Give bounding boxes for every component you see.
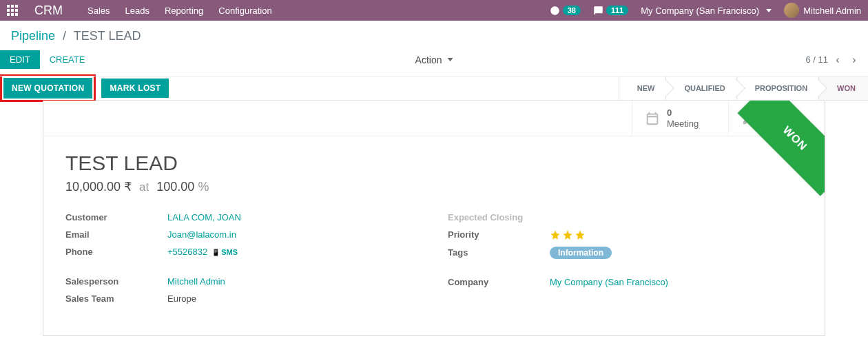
customer-value[interactable]: LALA COM, JOAN (167, 212, 241, 222)
stage-new[interactable]: NEW (619, 76, 666, 100)
avatar (784, 3, 799, 18)
stat-button-box: 0 Meeting 0 Quotations (43, 101, 825, 136)
nav-configuration[interactable]: Configuration (218, 6, 271, 16)
create-button[interactable]: CREATE (40, 50, 95, 69)
chevron-down-icon (766, 9, 772, 12)
nav-reporting[interactable]: Reporting (165, 6, 203, 16)
pager-prev[interactable]: ‹ (831, 54, 845, 66)
stage-bar: NEW QUALIFIED PROPOSITION WON (619, 76, 868, 100)
calendar-icon (645, 111, 660, 126)
highlight-annotation: NEW QUOTATION (0, 74, 96, 102)
mark-lost-button[interactable]: MARK LOST (101, 79, 169, 98)
nav-menu: Sales Leads Reporting Configuration (87, 6, 272, 16)
salesperson-label: Salesperson (65, 276, 167, 287)
phone-label: Phone (65, 247, 167, 257)
apps-icon[interactable] (7, 5, 18, 16)
stage-qualified[interactable]: QUALIFIED (665, 76, 736, 100)
phone-value[interactable]: +5526832SMS (167, 247, 238, 257)
company-selector[interactable]: My Company (San Francisco) (641, 6, 772, 16)
company-name: My Company (San Francisco) (641, 6, 759, 16)
new-quotation-button[interactable]: NEW QUOTATION (3, 78, 92, 99)
priority-stars[interactable] (550, 229, 586, 240)
priority-label: Priority (448, 229, 550, 240)
tag-pill: Information (550, 247, 612, 259)
chat-icon (593, 6, 603, 16)
clock-icon (550, 6, 560, 16)
stat-meeting[interactable]: 0 Meeting (632, 101, 728, 136)
tags-value[interactable]: Information (550, 247, 612, 258)
activity-badge: 38 (563, 6, 581, 15)
expected-closing-label: Expected Closing (448, 212, 550, 222)
breadcrumb-root[interactable]: Pipeline (11, 29, 55, 43)
star-icon (575, 229, 586, 240)
lead-amount-row: 10,000.00 ₹ at 100.00 % (65, 179, 803, 194)
customer-label: Customer (65, 212, 167, 222)
company-value[interactable]: My Company (San Francisco) (550, 277, 668, 287)
nav-leads[interactable]: Leads (125, 6, 149, 16)
nav-sales[interactable]: Sales (87, 6, 110, 16)
status-bar: NEW QUOTATION MARK LOST NEW QUALIFIED PR… (0, 76, 868, 101)
pager: 6 / 11 ‹ › (805, 54, 868, 66)
salesteam-value: Europe (167, 293, 196, 304)
lead-at: at (139, 180, 149, 194)
stat-meeting-label: Meeting (667, 118, 699, 130)
messages-notif[interactable]: 111 (593, 6, 628, 16)
user-menu[interactable]: Mitchell Admin (784, 3, 861, 18)
pager-text: 6 / 11 (805, 54, 828, 65)
pager-next[interactable]: › (847, 54, 861, 66)
edit-button[interactable]: EDIT (0, 50, 40, 69)
action-dropdown[interactable]: Action (415, 54, 453, 65)
salesperson-value[interactable]: Mitchell Admin (167, 276, 225, 287)
user-name: Mitchell Admin (803, 6, 861, 16)
email-label: Email (65, 229, 167, 240)
breadcrumb-sep: / (63, 29, 66, 43)
lead-amount: 10,000.00 ₹ (65, 180, 132, 194)
action-label: Action (415, 54, 442, 65)
company-label: Company (448, 277, 550, 287)
form-sheet: 0 Meeting 0 Quotations WON TEST LEAD 10,… (43, 101, 825, 336)
right-column: Expected Closing Priority (448, 212, 803, 311)
messages-badge: 111 (606, 6, 628, 15)
lead-probability: 100.00 (156, 180, 194, 194)
star-icon (550, 229, 561, 240)
breadcrumb: Pipeline / TEST LEAD (0, 21, 868, 43)
control-bar: EDIT CREATE Action 6 / 11 ‹ › (0, 43, 868, 76)
stat-meeting-count: 0 (667, 107, 699, 118)
top-nav: CRM Sales Leads Reporting Configuration … (0, 0, 868, 21)
star-icon (562, 229, 573, 240)
brand[interactable]: CRM (34, 3, 63, 18)
breadcrumb-current: TEST LEAD (74, 29, 141, 43)
left-column: Customer LALA COM, JOAN Email Joan@lalac… (65, 212, 420, 311)
chevron-down-icon (447, 58, 453, 61)
lead-title: TEST LEAD (65, 152, 803, 175)
tags-label: Tags (448, 247, 550, 258)
activity-notif[interactable]: 38 (550, 6, 581, 16)
email-value[interactable]: Joan@lalacom.in (167, 229, 236, 240)
stage-proposition[interactable]: PROPOSITION (736, 76, 818, 100)
salesteam-label: Sales Team (65, 293, 167, 304)
sms-link[interactable]: SMS (211, 248, 238, 256)
lead-pct: % (198, 180, 209, 194)
